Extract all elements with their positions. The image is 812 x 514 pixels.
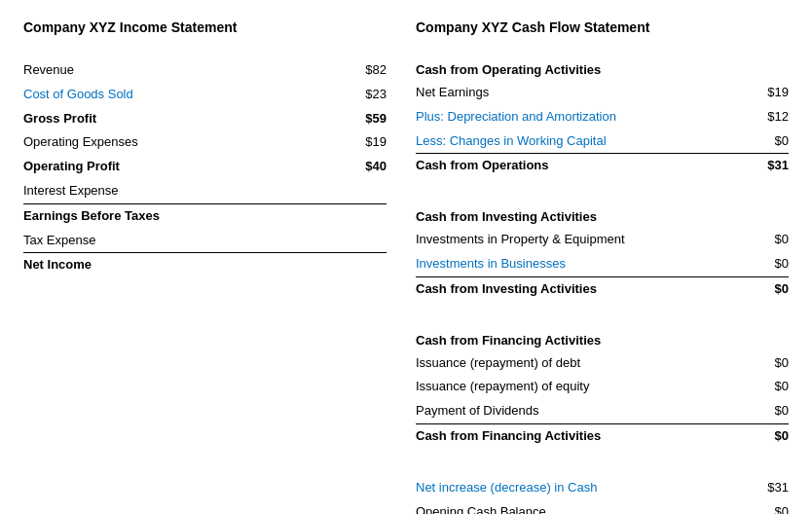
row-value: $0 bbox=[750, 131, 789, 152]
table-row: Less: Changes in Working Capital$0 bbox=[416, 129, 789, 155]
row-value: $19 bbox=[348, 132, 387, 153]
table-row: Opening Cash Balance$0 bbox=[416, 500, 789, 514]
row-label: Interest Expense bbox=[23, 181, 348, 202]
cash-flow-title: Company XYZ Cash Flow Statement bbox=[416, 19, 789, 35]
table-row: Net increase (decrease) in Cash$31 bbox=[416, 476, 789, 500]
row-value: $12 bbox=[750, 107, 789, 128]
row-label: Investments in Businesses bbox=[416, 254, 750, 275]
table-row: Gross Profit$59 bbox=[23, 107, 387, 131]
row-value: $0 bbox=[750, 377, 789, 397]
income-statement-title: Company XYZ Income Statement bbox=[23, 19, 387, 35]
row-label: Net increase (decrease) in Cash bbox=[416, 478, 750, 498]
row-value: $31 bbox=[750, 156, 789, 176]
table-row: Tax Expense bbox=[23, 229, 387, 254]
investing-rows: Investments in Property & Equipment$0Inv… bbox=[416, 228, 789, 301]
table-row: Payment of Dividends$0 bbox=[416, 399, 789, 424]
cash-flow-section: Company XYZ Cash Flow Statement Cash fro… bbox=[406, 19, 789, 514]
row-value: $31 bbox=[750, 478, 789, 498]
table-row: Issuance (repayment) of equity$0 bbox=[416, 375, 789, 399]
row-label: Issuance (repayment) of debt bbox=[416, 353, 750, 374]
row-value: $0 bbox=[750, 401, 789, 422]
table-row: Cost of Goods Sold$23 bbox=[23, 83, 387, 107]
table-row: Net Income bbox=[23, 253, 387, 277]
table-row: Plus: Depreciation and Amortization$12 bbox=[416, 105, 789, 129]
income-rows: Revenue$82Cost of Goods Sold$23Gross Pro… bbox=[23, 58, 387, 277]
row-label: Net Income bbox=[23, 255, 348, 275]
row-label: Cash from Investing Activities bbox=[416, 279, 750, 300]
row-value: $0 bbox=[750, 426, 789, 447]
table-row: Investments in Property & Equipment$0 bbox=[416, 228, 789, 252]
row-label: Gross Profit bbox=[23, 109, 348, 129]
row-value: $0 bbox=[750, 230, 789, 250]
summary-rows: Net increase (decrease) in Cash$31Openin… bbox=[416, 476, 789, 514]
table-row: Cash from Investing Activities$0 bbox=[416, 277, 789, 302]
row-value: $23 bbox=[348, 85, 387, 105]
row-value: $0 bbox=[750, 353, 789, 374]
table-row: Cash from Operations$31 bbox=[416, 154, 789, 178]
income-statement-section: Company XYZ Income Statement Revenue$82C… bbox=[23, 19, 406, 514]
row-label: Operating Profit bbox=[23, 157, 348, 177]
table-row: Interest Expense bbox=[23, 179, 387, 204]
table-row: Operating Expenses$19 bbox=[23, 130, 387, 155]
row-label: Cost of Goods Sold bbox=[23, 85, 348, 105]
row-label: Less: Changes in Working Capital bbox=[416, 131, 750, 152]
row-label: Net Earnings bbox=[416, 83, 750, 103]
table-row: Operating Profit$40 bbox=[23, 155, 387, 179]
row-label: Issuance (repayment) of equity bbox=[416, 377, 750, 397]
row-value: $0 bbox=[750, 254, 789, 275]
row-value: $0 bbox=[750, 502, 789, 514]
table-row: Net Earnings$19 bbox=[416, 81, 789, 105]
row-value: $59 bbox=[348, 109, 387, 129]
row-label: Payment of Dividends bbox=[416, 401, 750, 422]
row-label: Revenue bbox=[23, 60, 348, 81]
table-row: Cash from Financing Activities$0 bbox=[416, 424, 789, 449]
row-value: $19 bbox=[750, 83, 789, 103]
operating-rows: Net Earnings$19Plus: Depreciation and Am… bbox=[416, 81, 789, 178]
row-label: Investments in Property & Equipment bbox=[416, 230, 750, 250]
investing-title: Cash from Investing Activities bbox=[416, 209, 789, 224]
row-label: Tax Expense bbox=[23, 231, 348, 251]
row-label: Opening Cash Balance bbox=[416, 502, 750, 514]
row-value: $82 bbox=[348, 60, 387, 81]
row-value: $0 bbox=[750, 279, 789, 300]
financing-title: Cash from Financing Activities bbox=[416, 333, 789, 348]
row-label: Earnings Before Taxes bbox=[23, 206, 348, 227]
row-label: Cash from Operations bbox=[416, 156, 750, 176]
table-row: Earnings Before Taxes bbox=[23, 204, 387, 229]
table-row: Investments in Businesses$0 bbox=[416, 252, 789, 277]
row-label: Operating Expenses bbox=[23, 132, 348, 153]
operating-title: Cash from Operating Activities bbox=[416, 62, 789, 77]
table-row: Issuance (repayment) of debt$0 bbox=[416, 351, 789, 376]
row-value: $40 bbox=[348, 157, 387, 177]
table-row: Revenue$82 bbox=[23, 58, 387, 83]
row-label: Plus: Depreciation and Amortization bbox=[416, 107, 750, 128]
financing-rows: Issuance (repayment) of debt$0Issuance (… bbox=[416, 351, 789, 449]
row-label: Cash from Financing Activities bbox=[416, 426, 750, 447]
